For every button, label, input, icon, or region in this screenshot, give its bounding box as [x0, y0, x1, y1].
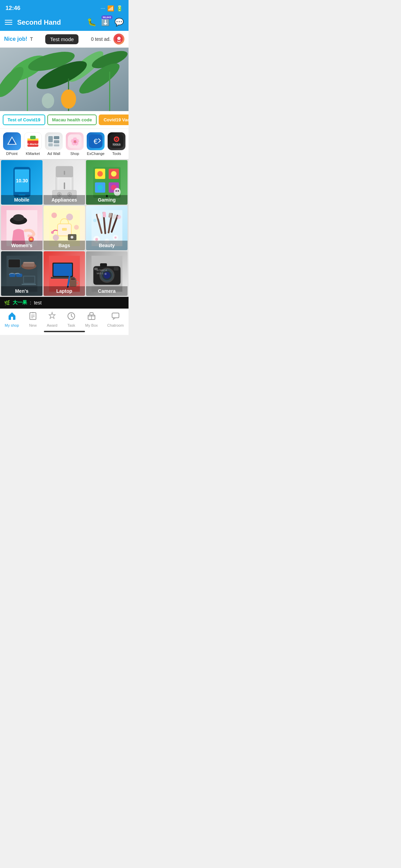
svg-text:MG-1: MG-1 [97, 272, 104, 275]
svg-rect-77 [62, 228, 67, 231]
svg-point-64 [118, 190, 119, 192]
exchange-icon: € [87, 132, 105, 150]
svg-rect-46 [64, 171, 65, 175]
svg-point-70 [30, 238, 32, 240]
svg-rect-131 [100, 263, 107, 267]
svg-rect-27 [54, 144, 59, 146]
beauty-label: Beauty [86, 241, 127, 250]
ad-logo [113, 34, 124, 45]
tools-icon-item[interactable]: TOOLS Tools [107, 132, 126, 156]
nav-new[interactable]: New [26, 312, 40, 327]
svg-rect-149 [112, 313, 119, 318]
covid-test-tag[interactable]: Test of Covid19 [3, 114, 45, 125]
svg-point-78 [51, 231, 54, 234]
header-left: Second Hand [5, 19, 61, 26]
category-beauty[interactable]: Beauty [86, 206, 127, 250]
svg-point-52 [69, 194, 70, 195]
tools-icon: TOOLS [108, 132, 125, 150]
dpoint-icon-item[interactable]: DPoint [2, 132, 22, 156]
adwall-icon-item[interactable]: Ad Wall [44, 132, 63, 156]
ticker-separator: : [30, 300, 31, 305]
mybox-icon [87, 312, 96, 323]
svg-rect-104 [24, 262, 34, 263]
nav-award[interactable]: Award [44, 312, 60, 327]
kmarket-icon-item[interactable]: K-Market KMarket [23, 132, 42, 156]
svg-rect-110 [22, 284, 36, 285]
svg-rect-113 [53, 264, 72, 276]
hero-image: b242 [0, 48, 129, 111]
bug-icon[interactable]: 🐛 [87, 18, 96, 27]
status-icons: ···· 📶 🔋 [101, 5, 123, 12]
category-bags[interactable]: Bags [44, 206, 85, 250]
svg-rect-98 [8, 259, 20, 268]
adwall-label: Ad Wall [47, 152, 60, 156]
category-mobile[interactable]: 10.30 Mobile [1, 160, 42, 205]
svg-rect-101 [16, 274, 22, 277]
tools-label: Tools [112, 152, 121, 156]
category-grid: 10.30 Mobile Appliances [0, 159, 129, 297]
vaccination-tag[interactable]: Covid19 Vaccination [99, 114, 129, 125]
nav-task[interactable]: Task [64, 312, 78, 327]
svg-text:K-Market: K-Market [27, 143, 39, 146]
nav-myshop[interactable]: My shop [2, 312, 22, 327]
message-icon[interactable]: 💬 [114, 18, 124, 27]
ticker-name: 大一果 [13, 300, 27, 306]
svg-line-144 [71, 316, 73, 317]
category-gaming[interactable]: ✦ Gaming [86, 160, 127, 205]
notification-icon[interactable]: ⬇️ 98,643 [101, 18, 110, 26]
nav-mybox[interactable]: My Box [83, 312, 101, 327]
svg-point-35 [116, 138, 117, 140]
svg-rect-132 [94, 268, 98, 270]
svg-point-95 [117, 215, 121, 219]
tag-row: Test of Covid19 Macau health code Covid1… [0, 111, 129, 129]
svg-point-1 [117, 37, 121, 40]
category-camera[interactable]: KONICA MG-1 Camera [86, 251, 127, 296]
nav-chatroom[interactable]: Chatroom [105, 312, 126, 327]
test-mode-container: Test mode [36, 34, 88, 44]
header-right: 🐛 ⬇️ 98,643 💬 [87, 18, 124, 27]
svg-point-60 [97, 185, 103, 190]
task-label: Task [68, 323, 75, 327]
macau-health-tag[interactable]: Macau health code [47, 114, 97, 125]
svg-text:10.30: 10.30 [16, 178, 28, 183]
kmarket-label: KMarket [26, 152, 40, 156]
signal-icon: ···· [101, 6, 105, 11]
svg-rect-100 [9, 274, 15, 277]
svg-point-68 [13, 214, 24, 221]
category-womens[interactable]: Women's [1, 206, 42, 250]
bottom-nav: My shop New Award [0, 309, 129, 329]
svg-marker-134 [9, 312, 15, 315]
hamburger-menu[interactable] [5, 20, 12, 25]
dpoint-icon [3, 132, 21, 150]
laptop-label: Laptop [44, 286, 85, 296]
exchange-icon-item[interactable]: € ExChange [86, 132, 105, 156]
gaming-label: Gaming [86, 195, 127, 205]
svg-rect-25 [54, 136, 59, 139]
shop-icon-item[interactable]: 🌸 Shop [65, 132, 84, 156]
task-icon [67, 312, 76, 323]
category-mens[interactable]: Men's [1, 251, 42, 296]
dpoint-label: DPoint [6, 152, 17, 156]
category-appliances[interactable]: Appliances [44, 160, 85, 205]
category-laptop[interactable]: Laptop [44, 251, 85, 296]
svg-point-13 [61, 89, 76, 109]
svg-point-72 [51, 213, 57, 218]
ticker-icon: 🌿 [4, 300, 10, 305]
kmarket-icon: K-Market [24, 132, 42, 150]
svg-text:🌸: 🌸 [70, 137, 80, 146]
svg-rect-85 [102, 212, 106, 217]
svg-point-94 [114, 237, 117, 239]
svg-rect-135 [11, 317, 13, 320]
notification-badge: 98,643 [101, 15, 112, 19]
status-bar: 12:46 ···· 📶 🔋 [0, 0, 129, 15]
mens-label: Men's [1, 286, 42, 296]
svg-point-119 [70, 278, 76, 280]
header: Second Hand 🐛 ⬇️ 98,643 💬 [0, 15, 129, 31]
exchange-label: ExChange [87, 152, 105, 156]
status-time: 12:46 [5, 5, 20, 12]
svg-text:TOOLS: TOOLS [113, 143, 121, 146]
svg-rect-136 [30, 313, 36, 320]
svg-rect-24 [48, 143, 53, 146]
svg-point-51 [59, 194, 60, 195]
mobile-label: Mobile [1, 195, 42, 205]
